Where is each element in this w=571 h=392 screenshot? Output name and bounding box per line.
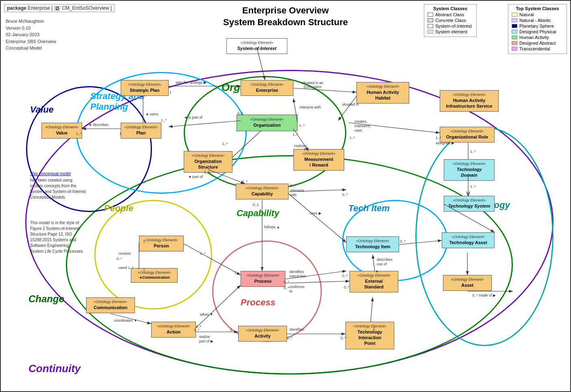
box-activity: «Ontology Element» Activity — [238, 326, 287, 342]
box-technology-domain: «Ontology Element» TechnologyDomain — [444, 159, 495, 181]
box-value: «Ontology Element» Value — [41, 123, 82, 139]
box-plan: «Ontology Element» Plan — [121, 123, 161, 139]
note-style-body: This model is in the style ofFigure 2 Sy… — [30, 220, 83, 254]
legend-human-activity: Human Activity — [512, 35, 563, 40]
legend-designed-physical-label: Designed Physical — [519, 29, 556, 34]
legend-natural: Natural — [512, 12, 563, 17]
box-external-standard: «Ontology Element» ExternalStandard — [350, 271, 398, 292]
legend-natural-abiotic-label: Natural - Abiotic — [519, 18, 551, 23]
box-measurement-reward: «Ontology Element» Measurement/ Reward — [293, 149, 344, 171]
legend-soi-label: System-of-Interest — [435, 24, 472, 28]
box-org-structure: «Ontology Element» OrganizationStructure — [184, 151, 232, 173]
legend-syselem-label: System element — [435, 29, 467, 34]
legend-transcendental: Transcendental — [512, 46, 563, 51]
package-bar: package Enterprise [ 🖼 CM_EntSoSOverview… — [4, 4, 115, 12]
box-technology-system: «Ontology Element» Technology System — [444, 196, 495, 212]
legend-concrete: Concrete Class — [428, 18, 473, 23]
box-technology-asset: «Ontology Element» Technology Asset — [442, 232, 495, 248]
ellipse-people — [94, 200, 212, 310]
box-org-role: «Ontology Element» Organizational Role — [440, 127, 495, 143]
legend-abstract-box — [428, 13, 433, 17]
legend-syselem-box — [428, 30, 433, 34]
legend-planetary-label: Planetary Sphere — [519, 24, 554, 28]
box-human-activity-habitat: «Ontology Element» Human ActivityHabitat — [356, 82, 409, 104]
legend-designed-abstract-label: Designed Abstract — [519, 41, 556, 45]
box-person: «Ontology Element» Person — [139, 236, 184, 251]
note-conceptual-link[interactable]: This conceptual model — [30, 171, 71, 176]
box-action: «Ontology Element» Action — [151, 322, 196, 338]
legend-human-activity-box — [512, 35, 517, 39]
meta-info: Bruce McNaughton Version 0.10 02-January… — [6, 18, 56, 52]
note-conceptual-body: has been created usingsystem concepts fr… — [30, 178, 86, 200]
box-enterprise: «Ontology Element» Enterprise — [241, 80, 293, 96]
legend-concrete-box — [428, 18, 433, 22]
legend-designed-abstract-box — [512, 41, 517, 45]
box-capability: «Ontology Element» Capability — [236, 184, 289, 199]
label-change: Change — [28, 293, 64, 305]
box-communication: «Ontology Element» Communication — [86, 297, 135, 313]
legend-top-classes: Top System Classes Natural Natural - Abi… — [508, 4, 567, 54]
legend-designed-physical: Designed Physical — [512, 29, 563, 34]
legend-natural-abiotic-box — [512, 18, 517, 22]
legend-planetary: Planetary Sphere — [512, 24, 563, 28]
box-human-activity-infra: «Ontology Element» Human ActivityInfrast… — [440, 90, 499, 112]
box-strategic-plan: «Ontology Element» Strategic Plan — [121, 80, 169, 96]
box-process: «Ontology Element» Process — [241, 271, 285, 287]
main-container: package Enterprise [ 🖼 CM_EntSoSOverview… — [0, 0, 571, 392]
label-techitem: Tech Item — [348, 203, 390, 214]
legend-syselem: System element — [428, 29, 473, 34]
legend-natural-label: Natural — [519, 12, 534, 17]
legend-soi: System-of-Interest — [428, 24, 473, 28]
legend-system-classes-title: System Classes — [428, 6, 473, 11]
label-capability: Capability — [237, 208, 279, 219]
legend-natural-abiotic: Natural - Abiotic — [512, 18, 563, 23]
legend-system-classes: System Classes Abstract Class Concrete C… — [424, 4, 477, 37]
label-value: Value — [30, 104, 54, 115]
box-system-of-interest: «Ontology Element» System-of-Interest — [226, 38, 287, 54]
main-title: Enterprise Overview System Breakdown Str… — [223, 5, 348, 28]
legend-abstract: Abstract Class — [428, 12, 473, 17]
legend-abstract-label: Abstract Class — [435, 12, 464, 17]
legend-transcendental-box — [512, 47, 517, 51]
box-technology-item: «Ontology Element» Technology Item — [346, 236, 399, 252]
label-process: Process — [241, 297, 276, 308]
legend-planetary-box — [512, 24, 517, 28]
legend-human-activity-label: Human Activity — [519, 35, 549, 40]
box-tech-interaction-point: «Ontology Element» TechnologyInteraction… — [345, 322, 394, 349]
legend-natural-box — [512, 13, 517, 17]
legend-top-classes-title: Top System Classes — [512, 6, 563, 11]
label-people: People — [104, 203, 133, 214]
legend-designed-abstract: Designed Abstract — [512, 41, 563, 45]
legend-designed-physical-box — [512, 30, 517, 34]
legend-concrete-label: Concrete Class — [435, 18, 466, 23]
legend-soi-box — [428, 24, 433, 28]
box-organization: «Ontology Element» Organization — [237, 115, 297, 131]
box-asset: «Ontology Element» Asset — [443, 275, 492, 291]
legend-transcendental-label: Transcendental — [519, 46, 550, 51]
label-continuity: Continuity — [28, 362, 81, 375]
box-communication-link: «Ontology Element» ◄Communication — [131, 268, 178, 283]
